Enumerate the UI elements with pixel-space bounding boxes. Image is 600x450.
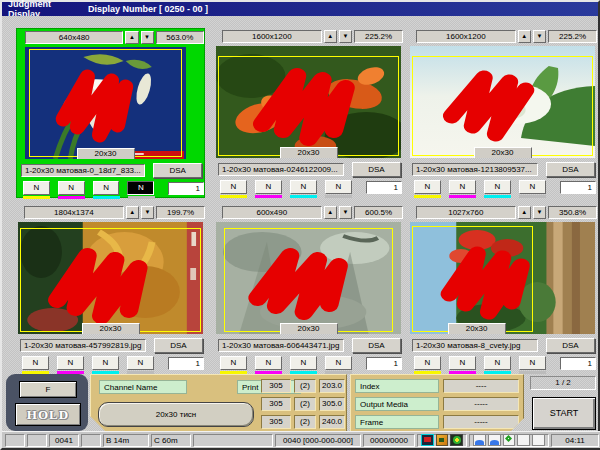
start-button[interactable]: START [532, 397, 596, 430]
n-correction-button-1[interactable]: N [414, 356, 441, 370]
filename-display: 1-20x30 матовая-457992819.jpg [20, 339, 146, 352]
panel-header: 1600x1200 ▲ ▼ 225.2% [408, 28, 597, 43]
thumbnail-image[interactable]: 20x30 [25, 47, 186, 159]
zoom-up-button[interactable]: ▲ [324, 30, 337, 43]
n-correction-button-4[interactable]: N [519, 356, 546, 370]
diamond-icon [503, 434, 516, 446]
print-width-1: 305 [261, 379, 291, 393]
n-correction-button-1[interactable]: N [220, 356, 247, 370]
zoom-down-button[interactable]: ▼ [339, 206, 352, 219]
dsa-button[interactable]: DSA [153, 163, 202, 178]
n-correction-button-2[interactable]: N [57, 356, 84, 370]
filename-display: 1-20x30 матовая-0_18d7_833... [21, 164, 145, 177]
zoom-up-button[interactable]: ▲ [518, 206, 531, 219]
panel-header: 600x490 ▲ ▼ 600.5% [214, 204, 403, 219]
clock: 04:11 [551, 434, 599, 447]
dsa-button[interactable]: DSA [546, 338, 595, 353]
print-size-tag: 20x30 [77, 148, 135, 159]
n-correction-button-4[interactable]: N [127, 356, 154, 370]
n-correction-button-3[interactable]: N [92, 356, 119, 370]
panel-header: 1027x760 ▲ ▼ 350.8% [408, 204, 597, 219]
zoom-down-button[interactable]: ▼ [141, 206, 154, 219]
cyan-bar [92, 371, 119, 374]
cyan-bar [484, 195, 511, 198]
zoom-display: 225.2% [354, 30, 403, 43]
print-size-tag: 20x30 [448, 323, 506, 334]
golden-painting-photo [18, 222, 203, 334]
gray-bar [128, 196, 155, 199]
status-cell-empty-1 [5, 434, 25, 447]
f-button[interactable]: F [19, 381, 77, 398]
resolution-display: 1600x1200 [222, 30, 322, 43]
n-correction-button-4[interactable]: N [127, 181, 154, 195]
dsa-button[interactable]: DSA [352, 162, 401, 177]
n-correction-button-3[interactable]: N [93, 181, 120, 195]
zoom-display: 199.7% [156, 206, 205, 219]
n-correction-button-2[interactable]: N [255, 180, 282, 194]
dsa-button[interactable]: DSA [154, 338, 203, 353]
monitor-icon [421, 434, 434, 446]
copies-field[interactable]: 1 [366, 181, 402, 194]
n-correction-button-3[interactable]: N [484, 180, 511, 194]
gray-bar [519, 371, 546, 374]
thumbnail-image[interactable]: 20x30 [410, 46, 595, 158]
color-correction-bars [220, 371, 403, 374]
gray-stone-photo [216, 222, 401, 334]
magenta-bar [449, 371, 476, 374]
filename-display: 1-20x30 матовая-606443471.jpg [218, 339, 344, 352]
frame-counter: 0040 [000-000-000] [275, 434, 361, 447]
frame-value: ----- [443, 415, 519, 429]
zoom-down-button[interactable]: ▼ [339, 30, 352, 43]
n-correction-button-1[interactable]: N [220, 180, 247, 194]
n-correction-button-3[interactable]: N [484, 356, 511, 370]
filename-display: 1-20x30 матовая-0246122009... [218, 163, 344, 176]
panel-header: 640x480 ▲ ▼ 563.0% [17, 29, 204, 44]
zoom-down-button[interactable]: ▼ [533, 206, 546, 219]
n-correction-button-2[interactable]: N [449, 180, 476, 194]
n-correction-button-1[interactable]: N [414, 180, 441, 194]
thumbnail-image[interactable]: 20x30 [216, 222, 401, 334]
paper-b-remaining: B 14m [103, 434, 149, 447]
dsa-button[interactable]: DSA [352, 338, 401, 353]
n-correction-button-2[interactable]: N [449, 356, 476, 370]
hold-button[interactable]: HOLD [15, 403, 81, 426]
cyan-bar [290, 195, 317, 198]
zoom-display: 350.8% [548, 206, 597, 219]
thumbnail-image[interactable]: 20x30 [18, 222, 203, 334]
zoom-down-button[interactable]: ▼ [533, 30, 546, 43]
n-correction-button-4[interactable]: N [325, 356, 352, 370]
channel-select-button[interactable]: 20x30 тисн [98, 402, 254, 427]
zoom-up-button[interactable]: ▲ [324, 206, 337, 219]
zoom-down-button[interactable]: ▼ [141, 31, 154, 44]
channel-panel: Channel Name Print Size 20x30 тисн 305 (… [90, 374, 347, 432]
wave-icon [488, 434, 501, 446]
n-correction-button-2[interactable]: N [255, 356, 282, 370]
n-correction-button-3[interactable]: N [290, 180, 317, 194]
n-correction-button-1[interactable]: N [23, 181, 50, 195]
copies-field[interactable]: 1 [168, 182, 204, 195]
zoom-up-button[interactable]: ▲ [125, 31, 138, 44]
copies-field[interactable]: 1 [366, 357, 402, 370]
copies-field[interactable]: 1 [560, 181, 596, 194]
n-correction-button-3[interactable]: N [290, 356, 317, 370]
main-area: 640x480 ▲ ▼ 563.0% [2, 16, 598, 435]
thumbnail-image[interactable]: 20x30 [410, 222, 595, 334]
media-icons-cell [469, 434, 549, 447]
copies-field[interactable]: 1 [560, 357, 596, 370]
n-correction-button-2[interactable]: N [58, 181, 85, 195]
n-correction-button-4[interactable]: N [519, 180, 546, 194]
copies-field[interactable]: 1 [168, 357, 204, 370]
orange-lily-photo [216, 46, 401, 158]
n-correction-button-1[interactable]: N [22, 356, 49, 370]
title-bar: Judgment Display Display Number [ 0250 -… [2, 2, 598, 16]
thumbnail-image[interactable]: 20x30 [216, 46, 401, 158]
dsa-button[interactable]: DSA [546, 162, 595, 177]
status-cell-empty-2 [27, 434, 47, 447]
yellow-bar [220, 195, 247, 198]
n-correction-button-4[interactable]: N [325, 180, 352, 194]
zoom-up-button[interactable]: ▲ [518, 30, 531, 43]
index-value: ---- [443, 379, 519, 393]
display-number: Display Number [ 0250 - 00 ] [88, 4, 208, 14]
magenta-bar [255, 195, 282, 198]
zoom-up-button[interactable]: ▲ [126, 206, 139, 219]
